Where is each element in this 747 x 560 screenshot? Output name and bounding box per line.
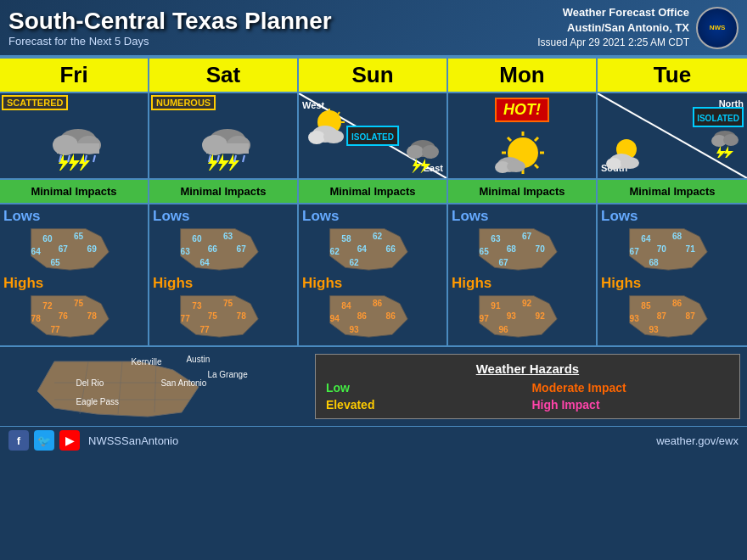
highs-label-sat: Highs bbox=[153, 275, 294, 292]
svg-text:69: 69 bbox=[87, 244, 98, 254]
thunder-icon-fri bbox=[40, 120, 108, 171]
youtube-icon[interactable]: ▶ bbox=[59, 430, 80, 451]
svg-text:86: 86 bbox=[357, 311, 368, 321]
temp-cell-tue: Lows 64 68 67 70 71 68 Highs 85 86 93 87… bbox=[598, 204, 747, 345]
footer: f 🐦 ▶ NWSSSanAntonio weather.gov/ewx bbox=[0, 426, 747, 454]
svg-text:94: 94 bbox=[330, 314, 340, 323]
highs-map-sun: 84 86 94 86 86 93 bbox=[302, 292, 443, 339]
hazards-title: Weather Hazards bbox=[326, 361, 729, 376]
twitter-icon[interactable]: 🐦 bbox=[34, 430, 54, 451]
svg-marker-17 bbox=[227, 154, 239, 171]
impacts-row: Minimal Impacts Minimal Impacts Minimal … bbox=[0, 178, 747, 203]
storm-icon-tue-north bbox=[708, 126, 740, 158]
city-kerrville: Kerrville bbox=[131, 357, 161, 367]
lows-map-sat: 60 63 63 66 67 64 bbox=[153, 225, 294, 272]
sun-cloud-west bbox=[304, 107, 351, 153]
office-name-line2: Austin/San Antonio, TX bbox=[537, 20, 689, 36]
impact-mon: Minimal Impacts bbox=[448, 180, 598, 203]
svg-point-56 bbox=[621, 157, 639, 169]
svg-text:84: 84 bbox=[341, 301, 351, 311]
svg-text:67: 67 bbox=[237, 244, 247, 254]
svg-text:67: 67 bbox=[499, 258, 509, 267]
svg-text:68: 68 bbox=[507, 244, 517, 254]
svg-line-10 bbox=[93, 155, 95, 162]
svg-text:86: 86 bbox=[672, 299, 682, 308]
lows-map-sun: 58 62 62 64 66 62 bbox=[302, 225, 443, 272]
svg-rect-3 bbox=[57, 143, 99, 154]
highs-label-tue: Highs bbox=[601, 275, 744, 292]
day-header-fri: Fri bbox=[0, 59, 149, 92]
thunder-icon-sat bbox=[189, 120, 257, 171]
day-header-sat: Sat bbox=[149, 59, 299, 92]
hazard-low: Low bbox=[326, 381, 524, 395]
svg-marker-33 bbox=[412, 159, 422, 173]
svg-text:93: 93 bbox=[630, 314, 640, 323]
svg-text:70: 70 bbox=[657, 244, 667, 254]
temp-cell-sun: Lows 58 62 62 64 66 62 Highs 84 86 94 86… bbox=[299, 204, 448, 345]
lows-label-tue: Lows bbox=[601, 208, 744, 225]
svg-text:64: 64 bbox=[357, 244, 368, 254]
svg-text:68: 68 bbox=[672, 232, 682, 241]
svg-text:93: 93 bbox=[649, 325, 660, 334]
temp-cell-sat: Lows 60 63 63 66 67 64 Highs 73 75 77 75… bbox=[149, 204, 299, 345]
svg-line-19 bbox=[217, 155, 219, 162]
svg-text:70: 70 bbox=[536, 244, 546, 254]
svg-text:86: 86 bbox=[373, 299, 383, 308]
svg-text:67: 67 bbox=[630, 247, 640, 256]
svg-text:87: 87 bbox=[657, 311, 667, 321]
hazard-moderate: Moderate Impact bbox=[531, 381, 729, 395]
city-del-rio: Del Rio bbox=[76, 378, 104, 388]
svg-point-46 bbox=[507, 160, 525, 172]
bottom-section: Kerrville Austin La Grange Del Rio San A… bbox=[0, 345, 747, 426]
hazards-grid: Low Moderate Impact Elevated High Impact bbox=[326, 381, 729, 412]
header-right-wrapper: Weather Forecast Office Austin/San Anton… bbox=[537, 5, 739, 50]
hazard-high: High Impact bbox=[531, 398, 729, 412]
svg-text:64: 64 bbox=[31, 247, 42, 256]
storm-north-tue bbox=[708, 126, 740, 161]
social-icons: f 🐦 ▶ NWSSSanAntonio bbox=[8, 430, 178, 451]
day-headers-row: Fri Sat Sun Mon Tue bbox=[0, 57, 747, 92]
impact-tue: Minimal Impacts bbox=[598, 180, 747, 203]
social-handle: NWSSSanAntonio bbox=[88, 434, 178, 447]
svg-point-32 bbox=[422, 145, 439, 159]
nws-logo: NWS bbox=[696, 7, 739, 49]
day-header-sun: Sun bbox=[299, 59, 448, 92]
svg-text:60: 60 bbox=[42, 234, 53, 244]
svg-text:62: 62 bbox=[373, 232, 383, 241]
svg-text:65: 65 bbox=[74, 232, 84, 241]
weather-cell-sun: West East bbox=[299, 93, 448, 178]
svg-text:97: 97 bbox=[480, 314, 490, 323]
svg-line-25 bbox=[338, 112, 340, 115]
svg-text:92: 92 bbox=[536, 311, 546, 321]
lows-map-tue: 64 68 67 70 71 68 bbox=[601, 225, 744, 272]
svg-text:75: 75 bbox=[208, 311, 218, 321]
day-header-tue: Tue bbox=[598, 59, 747, 92]
temp-cell-fri: Lows 60 65 64 67 69 65 Highs 72 75 78 76… bbox=[0, 204, 149, 345]
svg-text:68: 68 bbox=[649, 258, 660, 267]
badge-scattered-fri: SCATTERED bbox=[2, 95, 68, 110]
office-name-line1: Weather Forecast Office bbox=[537, 5, 689, 20]
texas-reference-map: Kerrville Austin La Grange Del Rio San A… bbox=[29, 353, 292, 421]
badge-hot-mon: HOT! bbox=[495, 98, 549, 122]
facebook-icon[interactable]: f bbox=[8, 430, 29, 451]
svg-text:65: 65 bbox=[51, 258, 61, 267]
highs-map-fri: 72 75 78 76 78 77 bbox=[3, 292, 144, 339]
svg-text:66: 66 bbox=[386, 244, 396, 254]
svg-text:71: 71 bbox=[686, 244, 696, 254]
weather-cell-mon: HOT! bbox=[448, 93, 598, 178]
lows-label-sat: Lows bbox=[153, 208, 294, 225]
svg-text:64: 64 bbox=[200, 258, 211, 267]
weather-cell-fri: SCATTERED bbox=[0, 93, 149, 178]
svg-marker-34 bbox=[420, 159, 430, 173]
storm-east bbox=[402, 135, 440, 176]
svg-text:93: 93 bbox=[507, 311, 517, 321]
svg-text:96: 96 bbox=[499, 325, 509, 334]
svg-point-50 bbox=[723, 134, 739, 146]
svg-text:67: 67 bbox=[59, 244, 69, 254]
svg-text:92: 92 bbox=[522, 299, 532, 308]
svg-line-21 bbox=[243, 155, 244, 162]
svg-point-28 bbox=[308, 131, 325, 144]
svg-text:63: 63 bbox=[491, 234, 501, 244]
lows-label-sun: Lows bbox=[302, 208, 443, 225]
svg-text:64: 64 bbox=[641, 234, 651, 244]
